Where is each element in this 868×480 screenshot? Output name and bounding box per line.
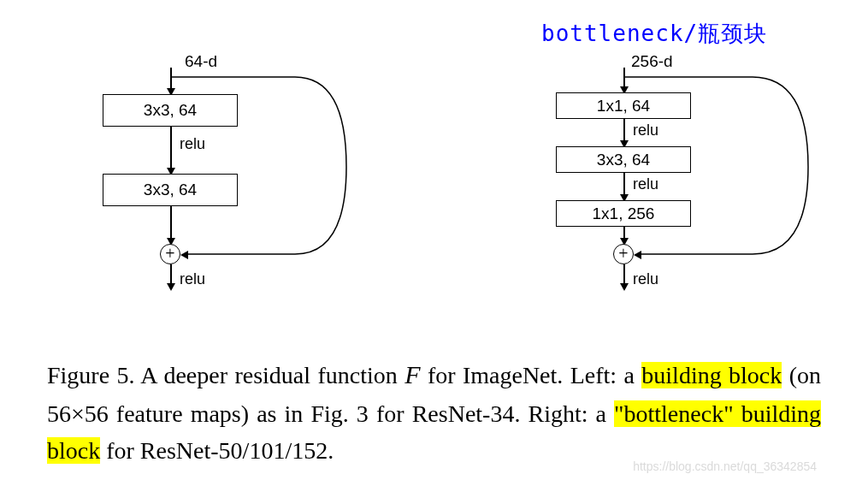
caption-text: for ResNet-50/101/152. — [100, 437, 334, 464]
skip-connection-arrow — [530, 47, 838, 321]
arrow-head-icon — [634, 251, 641, 259]
diagram-row: 64-d 3x3, 64 relu 3x3, 64 relu 256-d 1x1… — [77, 47, 838, 321]
script-f-symbol: F — [404, 360, 420, 388]
caption-text: Figure 5. A deeper residual function — [47, 362, 404, 388]
figure-caption: Figure 5. A deeper residual function F f… — [47, 355, 821, 469]
arrow-head-icon — [180, 251, 188, 259]
caption-text: for ImageNet. Left: a — [420, 362, 641, 388]
skip-connection-arrow — [77, 47, 385, 321]
highlight-text: building block — [641, 362, 782, 388]
bottleneck-block-diagram: 256-d 1x1, 64 relu 3x3, 64 relu 1x1, 256… — [530, 47, 838, 321]
watermark-text: https://blog.csdn.net/qq_36342854 — [633, 459, 817, 473]
chinese-annotation: bottleneck/瓶颈块 — [541, 19, 767, 49]
basic-block-diagram: 64-d 3x3, 64 relu 3x3, 64 relu — [77, 47, 385, 321]
